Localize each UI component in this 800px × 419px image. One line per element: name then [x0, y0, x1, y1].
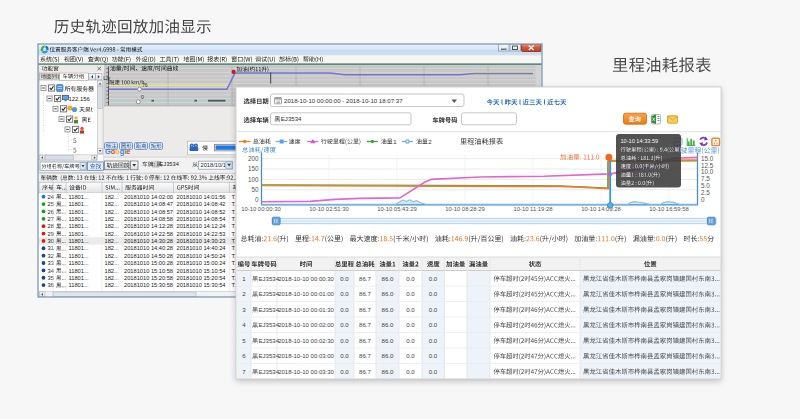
svg-text:2018-10-10 00:02:30: 2018-10-10 00:02:30: [278, 338, 334, 344]
svg-text:20181010 14:40:28: 20181010 14:40:28: [124, 245, 173, 251]
svg-text:20181010 15:20:58: 20181010 15:20:58: [124, 275, 173, 281]
svg-text:182...: 182...: [105, 201, 120, 207]
svg-text:EJ3534: EJ3534: [258, 321, 279, 328]
svg-text:182...: 182...: [105, 282, 120, 288]
svg-text:11801...: 11801...: [69, 268, 90, 274]
svg-text:11801...: 11801...: [69, 201, 90, 207]
svg-text:2018/10/10: 2018/10/10: [201, 162, 229, 168]
svg-text:20181010 15:20:54: 20181010 15:20:54: [177, 275, 226, 281]
svg-text:0: 0: [255, 196, 259, 203]
svg-text:11801...: 11801...: [69, 238, 90, 244]
svg-text:20181010 14:40:24: 20181010 14:40:24: [177, 245, 226, 251]
svg-text:0.0: 0.0: [340, 306, 349, 313]
svg-text:122.156: 122.156: [69, 96, 91, 102]
svg-text:86.7: 86.7: [359, 352, 371, 359]
svg-text:11801...: 11801...: [69, 245, 90, 251]
svg-text:20181010 15:30:54: 20181010 15:30:54: [177, 282, 226, 288]
svg-text:86.7: 86.7: [359, 337, 371, 344]
svg-text:182...: 182...: [105, 238, 120, 244]
svg-text:0.0: 0.0: [406, 290, 415, 297]
svg-text:86.0: 86.0: [382, 306, 394, 313]
svg-text:20181010 14:08:52: 20181010 14:08:52: [177, 209, 226, 215]
svg-text:182...: 182...: [105, 275, 120, 281]
svg-text:EJ3534: EJ3534: [258, 290, 279, 297]
svg-text:182...: 182...: [105, 253, 120, 259]
svg-text:11801...: 11801...: [69, 253, 90, 259]
svg-text:86.7: 86.7: [359, 290, 371, 297]
svg-text:182...: 182...: [105, 194, 120, 200]
svg-text:0.0: 0.0: [429, 321, 438, 328]
svg-text:0.0: 0.0: [340, 290, 349, 297]
svg-text:0.0: 0.0: [406, 306, 415, 313]
svg-text:EJ3534: EJ3534: [160, 161, 179, 167]
svg-text:20181010 14:22:58: 20181010 14:22:58: [124, 231, 173, 237]
svg-text:86.7: 86.7: [359, 275, 371, 282]
svg-text:20181010 14:30:23: 20181010 14:30:23: [177, 238, 226, 244]
svg-text:EJ3534: EJ3534: [258, 352, 279, 359]
svg-text:0.0: 0.0: [340, 321, 349, 328]
svg-text:182...: 182...: [105, 245, 120, 251]
svg-text:20181010 14:08:58: 20181010 14:08:58: [124, 216, 173, 222]
svg-text:11801...: 11801...: [69, 194, 90, 200]
svg-text:EJ3534: EJ3534: [281, 115, 302, 122]
svg-text:10-10 11:19:28: 10-10 11:19:28: [513, 206, 553, 212]
svg-text:86.0: 86.0: [382, 352, 394, 359]
svg-text:0.0: 0.0: [406, 352, 415, 359]
svg-text:20181010 14:08:42: 20181010 14:08:42: [177, 201, 226, 207]
svg-text:0.0: 0.0: [429, 352, 438, 359]
svg-text:0.0: 0.0: [429, 368, 438, 375]
svg-text:182...: 182...: [105, 216, 120, 222]
svg-text:Google: Google: [105, 147, 130, 156]
svg-text:20181010 14:01:56: 20181010 14:01:56: [177, 194, 226, 200]
svg-text:2018-10-10 00:03:00: 2018-10-10 00:03:00: [278, 353, 334, 359]
svg-text:100: 100: [248, 176, 259, 183]
svg-text:182...: 182...: [105, 268, 120, 274]
svg-text:86.0: 86.0: [382, 275, 394, 282]
svg-text:20181010 15:00:24: 20181010 15:00:24: [177, 260, 226, 266]
svg-text:20181010 15:00:28: 20181010 15:00:28: [124, 260, 173, 266]
svg-text:20181010 15:10:58: 20181010 15:10:58: [124, 268, 173, 274]
svg-text:11801...: 11801...: [69, 260, 90, 266]
svg-text:86.0: 86.0: [382, 321, 394, 328]
svg-text:20181010 14:30:28: 20181010 14:30:28: [124, 238, 173, 244]
svg-text:11801...: 11801...: [69, 209, 90, 215]
svg-text:20181010 14:12:28: 20181010 14:12:28: [124, 223, 173, 229]
svg-text:0.0: 0.0: [406, 275, 415, 282]
svg-text:11801...: 11801...: [69, 275, 90, 281]
svg-text:10-10 02:51:30: 10-10 02:51:30: [309, 206, 349, 212]
svg-text:182...: 182...: [105, 209, 120, 215]
svg-text:0.0: 0.0: [340, 368, 349, 375]
svg-text:10-10 05:43:29: 10-10 05:43:29: [377, 206, 417, 212]
svg-text:EJ3534: EJ3534: [258, 337, 279, 344]
svg-text:20181010 15:10:54: 20181010 15:10:54: [177, 268, 226, 274]
svg-text:2018-10-10 00:01:00: 2018-10-10 00:01:00: [278, 291, 334, 297]
svg-text:2018-10-10 00:00:30: 2018-10-10 00:00:30: [278, 276, 334, 282]
svg-text:20181010 14:22:53: 20181010 14:22:53: [177, 231, 226, 237]
svg-text:11801...: 11801...: [69, 231, 90, 237]
svg-text:0.0: 0.0: [429, 337, 438, 344]
svg-text:86.0: 86.0: [382, 368, 394, 375]
svg-text:20181010 14:08:47: 20181010 14:08:47: [124, 201, 173, 207]
svg-text:2018-10-10 00:00:00 - 2018-10-: 2018-10-10 00:00:00 - 2018-10-10 18:07:3…: [284, 97, 403, 104]
svg-text:20181010 14:08:54: 20181010 14:08:54: [177, 216, 226, 222]
svg-text:10-10 08:28:29: 10-10 08:28:29: [445, 206, 485, 212]
svg-text:0.0: 0.0: [429, 290, 438, 297]
svg-text:20181010 14:08:57: 20181010 14:08:57: [124, 209, 173, 215]
svg-text:0.0: 0.0: [429, 306, 438, 313]
svg-text:20181010 14:50:24: 20181010 14:50:24: [177, 253, 226, 259]
svg-text:182...: 182...: [105, 260, 120, 266]
svg-text:0: 0: [141, 94, 144, 100]
svg-text:20181010 14:02:00: 20181010 14:02:00: [124, 194, 173, 200]
svg-text:0.0: 0.0: [406, 368, 415, 375]
svg-text:EJ3534: EJ3534: [258, 275, 279, 282]
svg-text:0.0: 0.0: [406, 337, 415, 344]
svg-text:2018-10-10 00:01:30: 2018-10-10 00:01:30: [278, 307, 334, 313]
svg-text:10-10 14:09:28: 10-10 14:09:28: [581, 206, 621, 212]
svg-text:86.7: 86.7: [359, 368, 371, 375]
svg-text:EJ3534: EJ3534: [258, 306, 279, 313]
svg-text:200: 200: [248, 155, 259, 162]
svg-text:11801...: 11801...: [69, 282, 90, 288]
svg-text:86.7: 86.7: [359, 306, 371, 313]
svg-text:182...: 182...: [105, 223, 120, 229]
svg-text:86.0: 86.0: [382, 290, 394, 297]
